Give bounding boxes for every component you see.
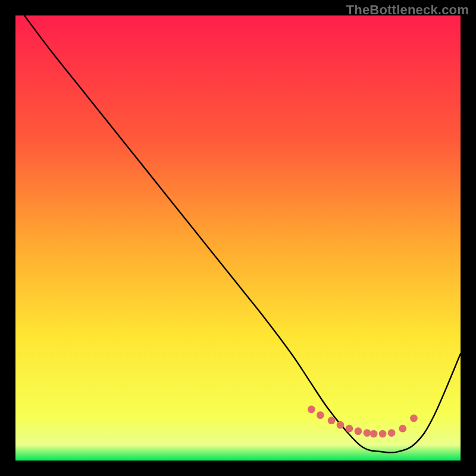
- chart-container: { "watermark": "TheBottleneck.com", "cha…: [0, 0, 476, 476]
- curve-dot: [346, 425, 353, 433]
- curve-dot: [388, 429, 396, 437]
- curve-dot: [379, 430, 387, 438]
- bottleneck-chart: [15, 15, 461, 461]
- curve-dot: [370, 430, 378, 438]
- chart-background: [15, 15, 461, 461]
- curve-dot: [410, 415, 418, 422]
- curve-dot: [355, 427, 362, 435]
- curve-dot: [308, 406, 315, 414]
- curve-dot: [317, 411, 324, 419]
- curve-dot: [364, 429, 371, 437]
- curve-dot: [328, 416, 336, 424]
- curve-dot: [337, 421, 345, 429]
- curve-dot: [399, 425, 406, 433]
